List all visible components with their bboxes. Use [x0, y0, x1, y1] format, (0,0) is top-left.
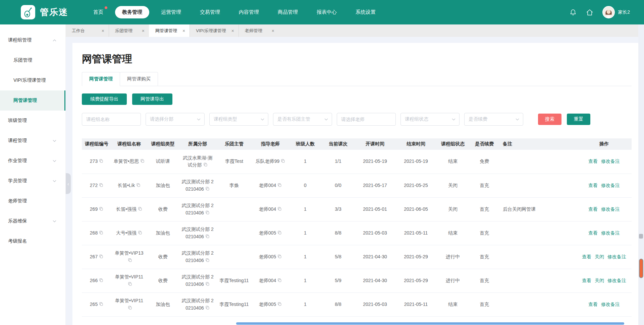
window-tab-0[interactable]: 工作台×: [66, 24, 109, 37]
copy-icon[interactable]: [277, 254, 282, 259]
copy-icon[interactable]: [99, 183, 103, 187]
copy-icon[interactable]: [99, 207, 103, 211]
copy-icon[interactable]: [128, 258, 132, 262]
nav-item-7[interactable]: 系统设置: [348, 6, 383, 18]
sidebar-subitem-0-2[interactable]: 网管课管理: [0, 90, 65, 111]
row-action-link-1[interactable]: 关闭: [595, 278, 604, 283]
row-action-link-1[interactable]: 修改备注: [601, 183, 620, 188]
copy-icon[interactable]: [277, 207, 282, 211]
sidebar-item-4[interactable]: 学员管理: [0, 171, 65, 191]
row-action-link-2[interactable]: 修改备注: [607, 254, 626, 259]
page-tab-0[interactable]: 网管课管理: [82, 72, 120, 86]
copy-icon[interactable]: [205, 258, 210, 262]
sidebar-collapse-handle[interactable]: ‹: [66, 173, 71, 194]
copy-icon[interactable]: [277, 231, 282, 235]
row-action-link-1[interactable]: 修改备注: [601, 158, 620, 164]
close-tab-icon[interactable]: ×: [142, 28, 145, 34]
chevron-down-icon: [324, 117, 328, 122]
window-tab-2[interactable]: 网管课管理×: [149, 24, 190, 37]
column-header-teacher: 指导老师: [252, 138, 289, 150]
horizontal-scrollbar-thumb[interactable]: [236, 322, 624, 325]
sidebar-item-0[interactable]: 课程组管理: [0, 30, 65, 50]
reset-button[interactable]: 重置: [567, 114, 590, 125]
row-action-link-1[interactable]: 关闭: [595, 254, 604, 259]
nav-item-6[interactable]: 报表中心: [310, 6, 344, 18]
copy-icon[interactable]: [128, 306, 132, 310]
copy-icon[interactable]: [205, 306, 210, 310]
copy-icon[interactable]: [203, 162, 208, 167]
row-action-link-0[interactable]: 查看: [588, 302, 598, 307]
copy-icon[interactable]: [205, 210, 210, 215]
bell-icon[interactable]: [569, 8, 577, 16]
home-icon[interactable]: [586, 8, 594, 16]
filter-text-input[interactable]: [86, 117, 137, 122]
nav-item-0[interactable]: 首页: [86, 6, 110, 18]
copy-icon[interactable]: [281, 159, 285, 163]
window-tab-label: 网管课管理: [155, 28, 177, 34]
copy-icon[interactable]: [138, 207, 142, 211]
export-button-0[interactable]: 续费提醒导出: [82, 93, 127, 105]
copy-icon[interactable]: [99, 231, 103, 235]
close-tab-icon[interactable]: ×: [231, 28, 234, 34]
nav-item-2[interactable]: 运营管理: [154, 6, 188, 18]
copy-icon[interactable]: [99, 278, 103, 282]
nav-item-4[interactable]: 内容管理: [232, 6, 266, 18]
window-tab-3[interactable]: VIP/乐理课管理×: [190, 24, 238, 37]
app-logo[interactable]: 管乐迷: [21, 5, 68, 19]
sidebar-item-5[interactable]: 老师管理: [0, 191, 65, 211]
copy-icon[interactable]: [128, 282, 132, 286]
row-action-link-0[interactable]: 查看: [588, 158, 598, 164]
content-card: 网管课管理 网管课管理网管课购买 续费提醒导出网管课导出 请选择分部课程组类型是…: [72, 43, 638, 325]
copy-icon[interactable]: [205, 282, 210, 286]
close-tab-icon[interactable]: ×: [182, 28, 185, 34]
copy-icon[interactable]: [205, 187, 210, 191]
sidebar-subitem-0-1[interactable]: VIP/乐理课管理: [0, 70, 65, 90]
filter-select-1[interactable]: 请选择分部: [146, 113, 205, 126]
row-action-link-1[interactable]: 修改备注: [601, 302, 620, 307]
filter-select-2[interactable]: 课程组类型: [209, 113, 268, 126]
vertical-scrollbar-fragment[interactable]: [639, 234, 643, 239]
row-action-link-1[interactable]: 修改备注: [601, 206, 620, 212]
row-action-link-1[interactable]: 修改备注: [601, 230, 620, 236]
copy-icon[interactable]: [140, 159, 145, 163]
window-tab-4[interactable]: 老师管理×: [238, 24, 279, 37]
nav-item-3[interactable]: 交易管理: [193, 6, 227, 18]
row-action-link-0[interactable]: 查看: [588, 230, 598, 236]
sidebar-item-6[interactable]: 乐器维保: [0, 211, 65, 231]
copy-icon[interactable]: [99, 302, 103, 306]
row-action-link-0[interactable]: 查看: [582, 254, 591, 259]
search-button[interactable]: 搜索: [538, 114, 561, 125]
sidebar-item-3[interactable]: 作业管理: [0, 151, 65, 171]
sidebar-item-2[interactable]: 课程管理: [0, 131, 65, 151]
row-action-link-0[interactable]: 查看: [588, 206, 598, 212]
copy-icon[interactable]: [277, 302, 282, 306]
copy-icon[interactable]: [99, 159, 103, 163]
cell-end: 2021-06-05: [395, 197, 436, 221]
vertical-scrollbar-thumb[interactable]: [639, 259, 643, 278]
copy-icon[interactable]: [99, 254, 103, 259]
row-action-link-0[interactable]: 查看: [582, 278, 591, 283]
close-tab-icon[interactable]: ×: [102, 28, 104, 34]
filter-select-6[interactable]: 是否续费: [464, 113, 523, 126]
sidebar-item-1[interactable]: 班级管理: [0, 111, 65, 131]
nav-item-1[interactable]: 教务管理: [115, 6, 149, 18]
row-action-link-2[interactable]: 修改备注: [607, 278, 626, 283]
page-tab-1[interactable]: 网管课购买: [120, 72, 158, 86]
sidebar-subitem-0-0[interactable]: 乐团管理: [0, 50, 65, 70]
filter-text-input[interactable]: [341, 117, 391, 122]
export-button-1[interactable]: 网管课导出: [132, 93, 172, 105]
copy-icon[interactable]: [205, 234, 210, 239]
vertical-scrollbar-track[interactable]: [638, 24, 644, 325]
copy-icon[interactable]: [277, 278, 282, 282]
row-action-link-0[interactable]: 查看: [588, 183, 598, 188]
user-menu[interactable]: 家长2: [602, 6, 630, 18]
filter-select-3[interactable]: 是否有乐团主管: [273, 113, 332, 126]
copy-icon[interactable]: [277, 183, 282, 187]
copy-icon[interactable]: [136, 183, 141, 187]
window-tab-1[interactable]: 乐团管理×: [109, 24, 149, 37]
sidebar-item-7[interactable]: 考级报名: [0, 231, 65, 251]
nav-item-5[interactable]: 商品管理: [271, 6, 305, 18]
filter-select-5[interactable]: 课程组状态: [400, 113, 460, 126]
close-tab-icon[interactable]: ×: [272, 28, 274, 34]
copy-icon[interactable]: [138, 231, 142, 235]
